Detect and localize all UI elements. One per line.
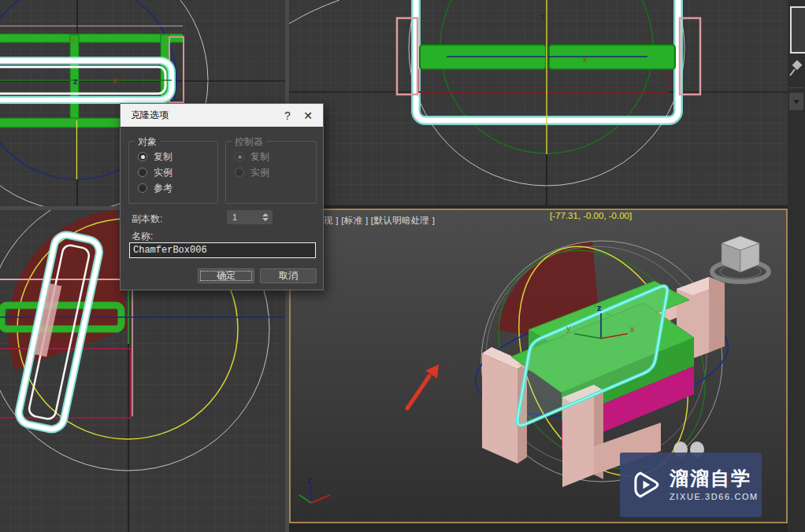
viewport-front[interactable]: z x [289, 0, 788, 206]
axis-z-label: z [541, 13, 545, 21]
axis-x-label: x [583, 55, 587, 64]
radio-object-reference[interactable]: 参考 [138, 180, 217, 196]
radio-object-copy[interactable]: 复制 [138, 149, 217, 164]
axis-tripod: z [299, 476, 330, 503]
help-icon[interactable]: ? [279, 109, 296, 122]
dialog-titlebar[interactable]: 克隆选项 ? ✕ [121, 104, 323, 127]
watermark-title: 溜溜自学 [670, 468, 759, 489]
copies-spinner[interactable]: 1 [227, 210, 273, 224]
clone-options-dialog: 克隆选项 ? ✕ 对象 复制 实例 参考 控制器 [120, 103, 324, 290]
radio-controller-instance: 实例 [235, 164, 316, 180]
radio-icon[interactable] [138, 183, 147, 193]
object-groupbox: 对象 复制 实例 参考 [128, 141, 218, 204]
sofa-back-top[interactable] [0, 34, 184, 42]
watermark-site-url: zixue.3d66.com [670, 492, 759, 501]
watermark: 溜溜自学 zixue.3d66.com [620, 453, 762, 517]
ok-button[interactable]: 确定 [198, 268, 254, 283]
spinner-arrows-icon[interactable] [262, 213, 273, 221]
axis-x-label: x [630, 324, 635, 334]
sofa-seat-top[interactable] [0, 118, 121, 127]
annotation-arrow [407, 364, 439, 408]
axis-z-label: z [597, 303, 602, 312]
transform-coords-readout: [-77.31, -0.00, -0.00] [550, 211, 632, 220]
controller-group-label: 控制器 [232, 135, 266, 149]
object-group-label: 对象 [135, 135, 160, 149]
radio-controller-copy: 复制 [235, 149, 316, 164]
close-icon[interactable]: ✕ [296, 109, 320, 122]
viewport-shading-label[interactable]: 现 ] [标准 ] [默认明暗处理 ] [324, 215, 435, 227]
dialog-title: 克隆选项 [121, 109, 169, 122]
screenshot-stage: y z x [0, 0, 805, 532]
viewcube[interactable] [712, 236, 769, 282]
axis-y-label: y [72, 34, 76, 43]
radio-icon[interactable] [138, 168, 147, 177]
axis-y-label: y [2, 307, 7, 316]
bottom-strip [289, 523, 805, 532]
chevron-down-icon [793, 100, 799, 104]
name-label: 名称: [132, 230, 153, 243]
divider [789, 87, 803, 88]
axis-y-label: y [566, 323, 571, 333]
axis-z-label: z [307, 476, 311, 485]
radio-object-instance[interactable]: 实例 [138, 164, 217, 180]
copies-value: 1 [227, 212, 262, 222]
radio-icon [235, 168, 244, 177]
cancel-button[interactable]: 取消 [260, 268, 317, 283]
viewport-divider [289, 205, 788, 209]
right-panel-strip [788, 0, 805, 532]
radio-icon [235, 152, 244, 161]
docked-panel-edge[interactable] [790, 6, 805, 54]
viewport-front-canvas: z x [289, 0, 788, 206]
name-input[interactable] [129, 242, 316, 258]
controller-groupbox: 控制器 复制 实例 [225, 141, 317, 204]
expand-panel-button[interactable] [789, 93, 803, 110]
radio-icon[interactable] [138, 152, 147, 161]
pin-icon[interactable] [788, 60, 805, 80]
axis-z-label: z [73, 76, 78, 86]
copies-label: 副本数: [132, 212, 162, 226]
axis-x-label: x [113, 76, 117, 85]
watermark-logo-icon [629, 468, 662, 501]
